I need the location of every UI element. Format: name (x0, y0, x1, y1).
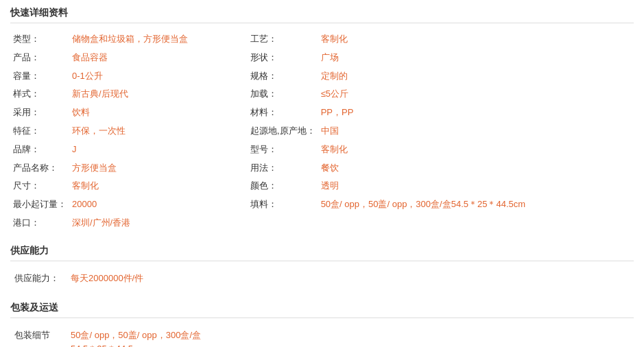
quick-details-row: 尺寸：客制化颜色：透明 (10, 177, 634, 195)
detail-value-right: 50盒/ opp，50盖/ opp，300盒/盒54.5＊25＊44.5cm (318, 195, 634, 214)
detail-value-right: 餐饮 (318, 159, 634, 178)
page-container: 快速详细资料 类型：储物盒和垃圾箱，方形便当盒工艺：客制化产品：食品容器形状：广… (0, 0, 644, 347)
detail-value-left: 方形便当盒 (69, 159, 220, 178)
supply-value: 每天2000000件/件 (68, 270, 219, 288)
detail-value-right: 透明 (318, 177, 634, 195)
detail-label-right: 规格： (248, 67, 318, 86)
detail-label-right: 工艺： (248, 30, 318, 49)
detail-label-left: 容量： (10, 67, 69, 86)
pkg-row: 包装细节50盒/ opp，50盖/ opp，300盒/盒 54.5＊25＊44.… (12, 326, 219, 347)
quick-details-title: 快速详细资料 (10, 7, 634, 23)
detail-label-right: 用法： (248, 159, 318, 178)
quick-details-row: 样式：新古典/后现代加载：≤5公斤 (10, 85, 634, 104)
detail-label-left: 产品名称： (10, 159, 69, 178)
spacer (220, 104, 248, 122)
detail-value-left: J (69, 141, 220, 159)
detail-value-right: 定制的 (318, 67, 634, 86)
spacer (220, 67, 248, 86)
spacer (220, 214, 248, 232)
detail-value-right: 中国 (318, 122, 634, 141)
detail-value-right (318, 214, 634, 232)
packaging-table: 包装细节50盒/ opp，50盖/ opp，300盒/盒 54.5＊25＊44.… (10, 325, 220, 347)
supply-row: 供应能力：每天2000000件/件 (12, 270, 219, 288)
quick-details-section: 快速详细资料 类型：储物盒和垃圾箱，方形便当盒工艺：客制化产品：食品容器形状：广… (10, 7, 634, 232)
supply-section: 供应能力 供应能力：每天2000000件/件 (10, 245, 634, 289)
supply-title: 供应能力 (10, 245, 634, 261)
detail-value-right: 广场 (318, 49, 634, 67)
detail-label-right: 加载： (248, 85, 318, 104)
detail-label-left: 最小起订量： (10, 195, 69, 214)
spacer (220, 177, 248, 195)
quick-details-row: 最小起订量：20000填料：50盒/ opp，50盖/ opp，300盒/盒54… (10, 195, 634, 214)
detail-label-left: 品牌： (10, 141, 69, 159)
detail-label-left: 特征： (10, 122, 69, 141)
detail-value-left: 0-1公升 (69, 67, 220, 86)
detail-value-left: 客制化 (69, 177, 220, 195)
detail-label-left: 采用： (10, 104, 69, 122)
detail-label-right: 形状： (248, 49, 318, 67)
detail-label-right: 填料： (248, 195, 318, 214)
quick-details-row: 品牌：J型号：客制化 (10, 141, 634, 159)
quick-details-row: 类型：储物盒和垃圾箱，方形便当盒工艺：客制化 (10, 30, 634, 49)
quick-details-row: 容量：0-1公升规格：定制的 (10, 67, 634, 86)
supply-label: 供应能力： (12, 270, 67, 288)
pkg-label: 包装细节 (12, 326, 67, 347)
spacer (220, 159, 248, 178)
detail-label-right: 起源地,原产地： (248, 122, 318, 141)
detail-value-left: 新古典/后现代 (69, 85, 220, 104)
quick-details-row: 产品：食品容器形状：广场 (10, 49, 634, 67)
detail-value-left: 储物盒和垃圾箱，方形便当盒 (69, 30, 220, 49)
detail-value-right: 客制化 (318, 141, 634, 159)
detail-value-left: 饮料 (69, 104, 220, 122)
detail-value-left: 20000 (69, 195, 220, 214)
quick-details-row: 采用：饮料材料：PP，PP (10, 104, 634, 122)
detail-value-left: 环保，一次性 (69, 122, 220, 141)
quick-details-row: 港口：深圳/广州/香港 (10, 214, 634, 232)
detail-value-left: 深圳/广州/香港 (69, 214, 220, 232)
detail-label-right (248, 214, 318, 232)
spacer (220, 141, 248, 159)
detail-label-left: 港口： (10, 214, 69, 232)
detail-label-right: 颜色： (248, 177, 318, 195)
detail-label-left: 类型： (10, 30, 69, 49)
spacer (220, 122, 248, 141)
detail-value-left: 食品容器 (69, 49, 220, 67)
packaging-section: 包装及运送 包装细节50盒/ opp，50盖/ opp，300盒/盒 54.5＊… (10, 302, 634, 347)
packaging-title: 包装及运送 (10, 302, 634, 318)
detail-label-left: 产品： (10, 49, 69, 67)
spacer (220, 30, 248, 49)
quick-details-table: 类型：储物盒和垃圾箱，方形便当盒工艺：客制化产品：食品容器形状：广场容量：0-1… (10, 30, 634, 232)
pkg-value: 50盒/ opp，50盖/ opp，300盒/盒 54.5＊25＊44.5cm (68, 326, 219, 347)
detail-value-right: PP，PP (318, 104, 634, 122)
supply-table: 供应能力：每天2000000件/件 (10, 268, 220, 289)
spacer (220, 85, 248, 104)
detail-value-right: ≤5公斤 (318, 85, 634, 104)
detail-label-right: 型号： (248, 141, 318, 159)
detail-label-left: 样式： (10, 85, 69, 104)
spacer (220, 49, 248, 67)
quick-details-row: 特征：环保，一次性起源地,原产地：中国 (10, 122, 634, 141)
quick-details-row: 产品名称：方形便当盒用法：餐饮 (10, 159, 634, 178)
detail-label-right: 材料： (248, 104, 318, 122)
detail-value-right: 客制化 (318, 30, 634, 49)
detail-label-left: 尺寸： (10, 177, 69, 195)
spacer (220, 195, 248, 214)
